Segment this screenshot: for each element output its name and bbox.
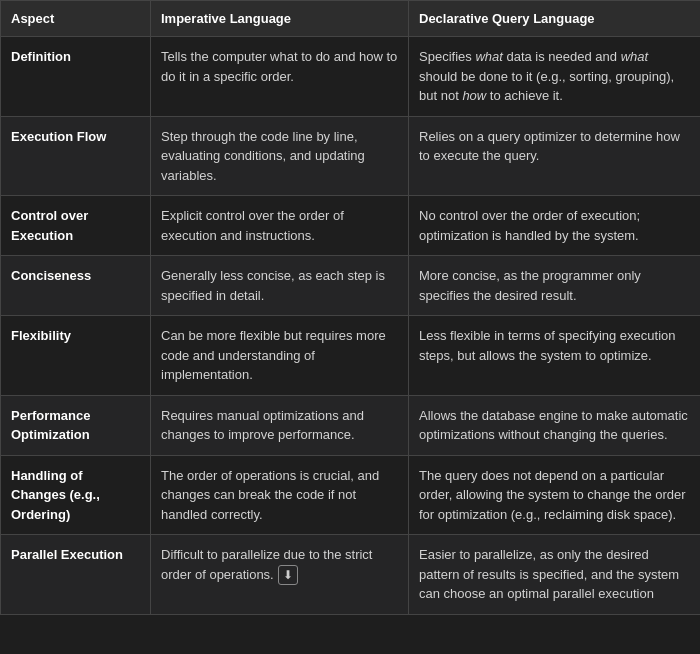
cell-imperative: Tells the computer what to do and how to… (151, 37, 409, 117)
cell-declarative: More concise, as the programmer only spe… (409, 256, 701, 316)
cell-imperative: The order of operations is crucial, and … (151, 455, 409, 535)
table-row: Handling of Changes (e.g., Ordering)The … (1, 455, 701, 535)
header-aspect: Aspect (1, 1, 151, 37)
cell-declarative: Less flexible in terms of specifying exe… (409, 316, 701, 396)
table-row: DefinitionTells the computer what to do … (1, 37, 701, 117)
cell-imperative: Difficult to parallelize due to the stri… (151, 535, 409, 615)
download-icon[interactable]: ⬇ (278, 565, 298, 585)
table-row: FlexibilityCan be more flexible but requ… (1, 316, 701, 396)
cell-aspect: Definition (1, 37, 151, 117)
header-imperative: Imperative Language (151, 1, 409, 37)
table-row: Control over ExecutionExplicit control o… (1, 196, 701, 256)
cell-imperative: Explicit control over the order of execu… (151, 196, 409, 256)
cell-declarative: The query does not depend on a particula… (409, 455, 701, 535)
cell-imperative: Step through the code line by line, eval… (151, 116, 409, 196)
cell-aspect: Handling of Changes (e.g., Ordering) (1, 455, 151, 535)
table-row: Performance OptimizationRequires manual … (1, 395, 701, 455)
cell-imperative: Generally less concise, as each step is … (151, 256, 409, 316)
table-row: Execution FlowStep through the code line… (1, 116, 701, 196)
cell-declarative: Specifies what data is needed and what s… (409, 37, 701, 117)
cell-imperative: Can be more flexible but requires more c… (151, 316, 409, 396)
cell-aspect: Parallel Execution (1, 535, 151, 615)
cell-aspect: Performance Optimization (1, 395, 151, 455)
cell-imperative: Requires manual optimizations and change… (151, 395, 409, 455)
table-row: Parallel ExecutionDifficult to paralleli… (1, 535, 701, 615)
cell-aspect: Control over Execution (1, 196, 151, 256)
cell-declarative: Easier to parallelize, as only the desir… (409, 535, 701, 615)
cell-declarative: No control over the order of execution; … (409, 196, 701, 256)
cell-declarative: Relies on a query optimizer to determine… (409, 116, 701, 196)
cell-aspect: Flexibility (1, 316, 151, 396)
cell-aspect: Execution Flow (1, 116, 151, 196)
cell-aspect: Conciseness (1, 256, 151, 316)
table-row: ConcisenessGenerally less concise, as ea… (1, 256, 701, 316)
header-declarative: Declarative Query Language (409, 1, 701, 37)
cell-declarative: Allows the database engine to make autom… (409, 395, 701, 455)
